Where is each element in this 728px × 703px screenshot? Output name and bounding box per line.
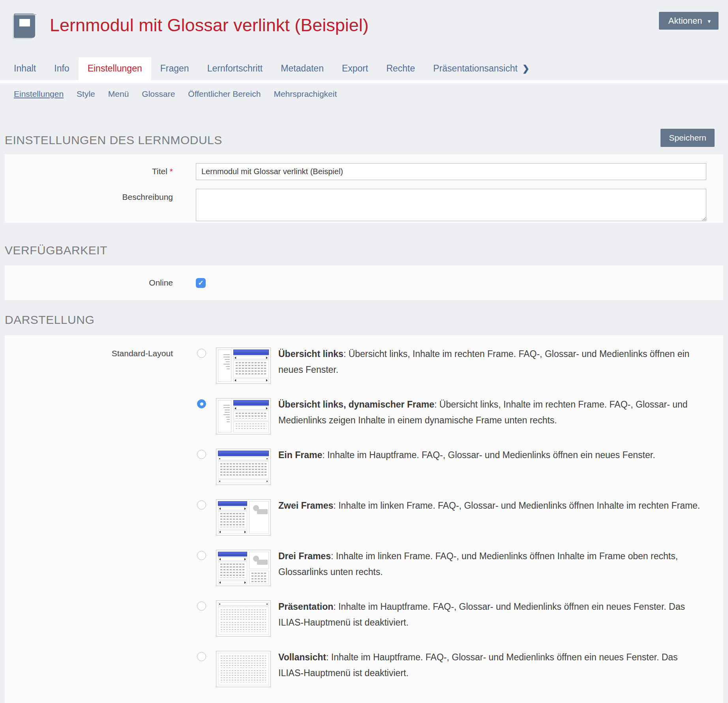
settings-section-title: EINSTELLUNGEN DES LERNMODULS	[5, 133, 222, 147]
required-asterisk: *	[170, 167, 173, 176]
caret-down-icon: ▾	[707, 18, 711, 24]
layout-thumbnail-drei-frames	[216, 550, 271, 586]
availability-panel: Online ✓	[5, 265, 723, 300]
tab-einstellungen[interactable]: Einstellungen	[79, 57, 151, 80]
presentation-section-header: DARSTELLUNG	[0, 313, 728, 327]
subtab-mehrsprachigkeit[interactable]: Mehrsprachigkeit	[274, 89, 337, 99]
tab-bar: Inhalt Info Einstellungen Fragen Lernfor…	[0, 57, 728, 80]
title-field-label: Titel *	[5, 163, 173, 180]
radio-praesentation[interactable]	[197, 601, 206, 611]
radio-uebersicht-links-dynamisch[interactable]	[197, 399, 206, 408]
layout-option-zwei-frames: Zwei Frames: Inhalte im linken Frame. FA…	[5, 499, 723, 536]
tab-inhalt[interactable]: Inhalt	[5, 57, 45, 80]
layout-description: Übersicht links: Übersicht links, Inhalt…	[278, 346, 705, 378]
availability-section-header: VERFÜGBARKEIT	[0, 244, 728, 257]
layout-option-uebersicht-links-dynamisch: Übersicht links, dynamischer Frame: Über…	[5, 398, 723, 434]
description-textarea[interactable]	[196, 189, 706, 221]
layout-thumbnail-praesentation	[216, 600, 271, 637]
layout-thumbnail-uebersicht-links	[216, 348, 271, 384]
page-header: Lernmodul mit Glossar verlinkt (Beispiel…	[0, 0, 728, 38]
availability-section-title: VERFÜGBARKEIT	[5, 244, 107, 257]
subtab-glossare[interactable]: Glossare	[142, 89, 175, 99]
tab-rechte[interactable]: Rechte	[377, 57, 424, 80]
tab-praesentationsansicht[interactable]: Präsentationsansicht ❯	[424, 57, 538, 80]
layout-option-drei-frames: Drei Frames: Inhalte im linken Frame. FA…	[5, 550, 723, 586]
title-field-row: Titel *	[5, 163, 723, 180]
tab-fragen[interactable]: Fragen	[151, 57, 198, 80]
layout-thumbnail-vollansicht	[216, 651, 271, 687]
layout-option-praesentation: Präsentation: Inhalte im Hauptframe. FAQ…	[5, 600, 723, 637]
layout-description: Drei Frames: Inhalte im linken Frame. FA…	[278, 548, 705, 580]
subtab-einstellungen[interactable]: Einstellungen	[14, 89, 64, 99]
active-tab-underline	[0, 80, 728, 83]
layout-description: Zwei Frames: Inhalte im linken Frame. FA…	[278, 498, 705, 513]
subtab-oeffentlicher-bereich[interactable]: Öffentlicher Bereich	[188, 89, 261, 99]
tab-lernfortschritt[interactable]: Lernfortschritt	[198, 57, 272, 80]
tab-info[interactable]: Info	[45, 57, 78, 80]
layout-thumbnail-zwei-frames	[216, 499, 271, 536]
actions-button-label: Aktionen	[668, 17, 702, 25]
description-field-label: Beschreibung	[5, 189, 173, 221]
online-checkbox[interactable]: ✓	[196, 278, 206, 288]
standard-layout-label: Standard-Layout	[5, 348, 173, 358]
tab-metadaten[interactable]: Metadaten	[272, 57, 333, 80]
chevron-right-icon: ❯	[522, 64, 529, 74]
actions-button[interactable]: Aktionen ▾	[659, 12, 719, 30]
settings-section-header: EINSTELLUNGEN DES LERNMODULS Speichern	[0, 129, 728, 147]
learning-module-icon	[14, 13, 35, 38]
layout-description: Präsentation: Inhalte im Hauptframe. FAQ…	[278, 599, 705, 630]
radio-vollansicht[interactable]	[197, 652, 206, 661]
page-title: Lernmodul mit Glossar verlinkt (Beispiel…	[50, 14, 369, 36]
layout-description: Ein Frame: Inhalte im Hauptframe. FAQ-, …	[278, 447, 705, 463]
layout-description: Vollansicht: Inhalte im Hauptframe. FAQ-…	[278, 649, 705, 681]
radio-ein-frame[interactable]	[197, 450, 206, 459]
description-field-row: Beschreibung	[5, 189, 723, 221]
radio-drei-frames[interactable]	[197, 551, 206, 560]
layout-option-ein-frame: Ein Frame: Inhalte im Hauptframe. FAQ-, …	[5, 449, 723, 485]
save-button[interactable]: Speichern	[660, 129, 715, 147]
layout-thumbnail-ein-frame	[216, 449, 271, 485]
subtab-bar: Einstellungen Style Menü Glossare Öffent…	[0, 83, 728, 99]
title-input[interactable]	[196, 163, 706, 180]
tab-praesentationsansicht-label: Präsentationsansicht	[433, 63, 518, 74]
radio-zwei-frames[interactable]	[197, 500, 206, 509]
online-label: Online	[5, 278, 173, 288]
layout-description: Übersicht links, dynamischer Frame: Über…	[278, 397, 705, 428]
layout-thumbnail-uebersicht-links-dynamisch	[216, 398, 271, 434]
subtab-menue[interactable]: Menü	[108, 89, 129, 99]
subtab-style[interactable]: Style	[77, 89, 95, 99]
layout-option-uebersicht-links: Standard-Layout Übersicht links: Übersic…	[5, 348, 723, 384]
presentation-panel: Standard-Layout Übersicht links: Übersic…	[5, 335, 723, 703]
layout-option-vollansicht: Vollansicht: Inhalte im Hauptframe. FAQ-…	[5, 651, 723, 687]
radio-uebersicht-links[interactable]	[197, 349, 206, 358]
settings-form-panel: Titel * Beschreibung	[5, 154, 723, 223]
tab-export[interactable]: Export	[333, 57, 377, 80]
check-icon: ✓	[198, 279, 203, 287]
presentation-section-title: DARSTELLUNG	[5, 313, 94, 327]
